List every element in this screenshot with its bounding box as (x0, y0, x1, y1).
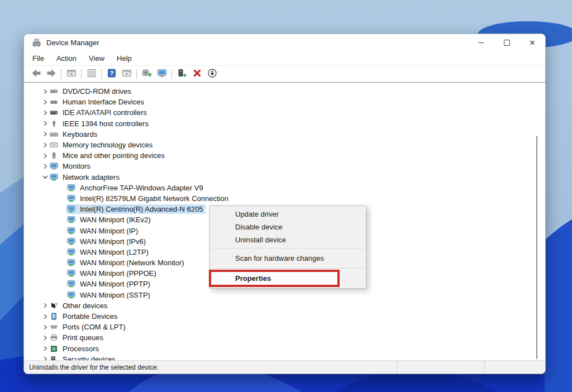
tree-item-label: Other devices (63, 302, 107, 310)
tree-item-content[interactable]: Print queues (49, 333, 106, 342)
tree-item-network-adapters[interactable]: Network adapters (24, 172, 545, 183)
help-button[interactable]: ? (104, 68, 119, 81)
tree-item-content[interactable]: Monitors (49, 161, 93, 171)
tree-item-content[interactable]: WAN Miniport (PPTP) (66, 279, 153, 289)
tree-item-label: Security devices (63, 355, 116, 360)
context-menu-item-uninstall-device[interactable]: Uninstall device (210, 233, 366, 246)
tree-item-label: Processors (63, 345, 99, 353)
tree-item-content[interactable]: WAN Miniport (IPv6) (66, 237, 149, 246)
ports-icon (50, 323, 59, 331)
menu-file[interactable]: File (26, 52, 50, 64)
export-button[interactable] (119, 68, 134, 81)
menu-help[interactable]: Help (111, 52, 138, 64)
chevron-right-icon[interactable] (41, 119, 49, 128)
tree-item-mice-and-other-pointing-devices[interactable]: Mice and other pointing devices (24, 150, 545, 161)
tree-item-content[interactable]: Human Interface Devices (49, 97, 147, 107)
chevron-right-icon[interactable] (41, 302, 49, 310)
chevron-right-icon[interactable] (41, 323, 49, 331)
title-bar[interactable]: Device Manager ✕ (24, 34, 545, 51)
toolbar-separator (171, 69, 172, 79)
tree-item-ieee-1394-host-controllers[interactable]: IEEE 1394 host controllers (24, 118, 545, 129)
menu-view[interactable]: View (83, 52, 111, 64)
list-view-button[interactable] (84, 68, 99, 81)
tree-item-label: Intel(R) 82579LM Gigabit Network Connect… (80, 194, 228, 203)
chevron-right-icon[interactable] (41, 355, 49, 360)
chevron-right-icon[interactable] (41, 151, 49, 160)
disable-button[interactable] (204, 68, 220, 81)
tree-item-content[interactable]: Intel(R) 82579LM Gigabit Network Connect… (66, 194, 231, 203)
chevron-right-icon[interactable] (41, 312, 49, 321)
tree-item-memory-technology-devices[interactable]: Memory technology devices (24, 140, 545, 150)
tree-item-content[interactable]: Ports (COM & LPT) (49, 322, 128, 332)
tree-item-content[interactable]: WAN Miniport (L2TP) (66, 247, 151, 257)
tree-item-content[interactable]: IDE ATA/ATAPI controllers (49, 108, 150, 117)
device-manager-window: Device Manager ✕ FileActionViewHelp ? DV… (23, 34, 546, 374)
dvd-drive-icon (50, 88, 59, 95)
chevron-right-icon[interactable] (41, 162, 49, 170)
tree-item-content[interactable]: Security devices (49, 355, 118, 360)
tree-item-content[interactable]: WAN Miniport (SSTP) (66, 290, 153, 300)
maximize-button[interactable] (494, 34, 519, 51)
tree-item-content[interactable]: Memory technology devices (49, 140, 155, 150)
tree-item-intel-r-82579lm-gigabit-network-connection[interactable]: Intel(R) 82579LM Gigabit Network Connect… (24, 193, 545, 204)
back-button[interactable] (28, 68, 44, 81)
tree-item-ports-com-lpt[interactable]: Ports (COM & LPT) (24, 322, 545, 332)
tree-item-print-queues[interactable]: Print queues (24, 332, 545, 343)
context-menu-item-disable-device[interactable]: Disable device (210, 221, 366, 233)
tree-item-portable-devices[interactable]: Portable Devices (24, 311, 545, 322)
update-driver-button[interactable] (139, 68, 154, 81)
chevron-right-icon[interactable] (41, 141, 49, 149)
scan-hardware-button[interactable] (174, 68, 189, 81)
tree-item-dvd-cd-rom-drives[interactable]: DVD/CD-ROM drives (24, 86, 545, 97)
uninstall-button[interactable] (189, 68, 204, 81)
chevron-right-icon[interactable] (41, 98, 49, 106)
scan-hardware-icon (177, 68, 188, 80)
network-adapter-icon (67, 259, 76, 267)
tree-item-anchorfree-tap-windows-adapter-v9[interactable]: AnchorFree TAP-Windows Adapter V9 (24, 183, 545, 193)
chevron-right-icon[interactable] (41, 87, 49, 95)
chevron-right-icon[interactable] (41, 130, 49, 138)
context-menu-item-scan-for-hardware-changes[interactable]: Scan for hardware changes (210, 250, 366, 266)
minimize-button[interactable] (468, 34, 494, 51)
tree-item-wan-miniport-sstp[interactable]: WAN Miniport (SSTP) (24, 290, 545, 300)
tree-item-content[interactable]: IEEE 1394 host controllers (49, 119, 151, 128)
chevron-right-icon[interactable] (41, 333, 49, 342)
tree-item-content[interactable]: AnchorFree TAP-Windows Adapter V9 (66, 183, 206, 193)
network-adapter-icon (67, 270, 76, 278)
tree-item-processors[interactable]: Processors (24, 343, 545, 354)
scrollbar[interactable] (536, 136, 537, 359)
computer-button[interactable] (154, 68, 169, 81)
ieee1394-icon (50, 119, 59, 127)
chevron-down-icon[interactable] (41, 173, 49, 181)
tree-item-content[interactable]: Portable Devices (49, 312, 120, 321)
tree-item-content[interactable]: Processors (49, 344, 102, 353)
tree-item-monitors[interactable]: Monitors (24, 161, 545, 171)
tree-item-content[interactable]: WAN Miniport (PPPOE) (66, 269, 159, 278)
tree-item-content[interactable]: WAN Miniport (Network Monitor) (66, 258, 187, 267)
context-menu-item-update-driver[interactable]: Update driver (210, 208, 366, 221)
tree-item-content[interactable]: WAN Miniport (IKEv2) (66, 215, 154, 224)
show-window-icon (66, 68, 77, 80)
close-icon: ✕ (530, 39, 536, 46)
context-menu-item-properties[interactable]: Properties (210, 270, 366, 286)
tree-item-content[interactable]: WAN Miniport (IP) (66, 226, 141, 236)
tree-item-security-devices[interactable]: Security devices (24, 354, 545, 360)
tree-item-content[interactable]: Keyboards (49, 130, 100, 139)
tree-item-label: Intel(R) Centrino(R) Advanced-N 6205 (80, 205, 203, 213)
show-window-button[interactable] (64, 68, 79, 81)
chevron-right-icon[interactable] (41, 108, 49, 117)
tree-item-keyboards[interactable]: Keyboards (24, 129, 545, 140)
selected-tree-item-content[interactable]: Intel(R) Centrino(R) Advanced-N 6205 (66, 204, 206, 214)
chevron-right-icon[interactable] (41, 345, 49, 353)
tree-item-content[interactable]: DVD/CD-ROM drives (49, 87, 134, 96)
tree-item-content[interactable]: Mice and other pointing devices (49, 151, 168, 160)
tree-item-content[interactable]: Network adapters (49, 173, 122, 182)
tree-item-human-interface-devices[interactable]: Human Interface Devices (24, 97, 545, 107)
forward-button[interactable] (44, 68, 59, 81)
tree-item-content[interactable]: ?Other devices (49, 301, 110, 310)
tree-item-ide-ata-atapi-controllers[interactable]: IDE ATA/ATAPI controllers (24, 107, 545, 118)
uninstall-icon (192, 68, 203, 80)
tree-item-other-devices[interactable]: ?Other devices (24, 300, 545, 311)
menu-action[interactable]: Action (50, 52, 83, 64)
close-button[interactable]: ✕ (519, 34, 545, 51)
